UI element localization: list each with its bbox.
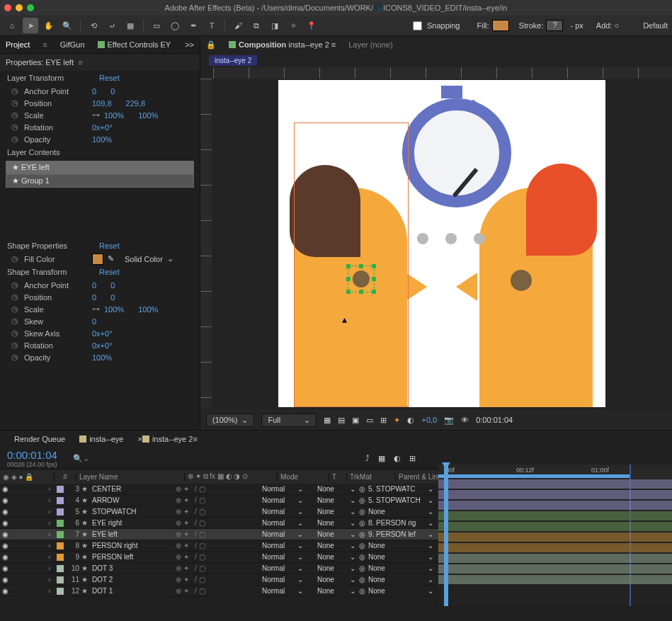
roto-tool-icon[interactable]: ✧ — [285, 18, 301, 33]
stopwatch-icon[interactable]: ◷ — [11, 123, 24, 132]
comp-breadcrumb[interactable]: insta--eye 2 — [209, 55, 257, 66]
parent-dropdown[interactable]: None⌄ — [368, 587, 433, 595]
stopwatch-icon[interactable]: ◷ — [11, 341, 24, 350]
visibility-icon[interactable]: ◉ — [0, 553, 10, 561]
parent-dropdown[interactable]: 5. STOPWATC⌄ — [368, 485, 433, 493]
stamp-tool-icon[interactable]: ⧉ — [249, 18, 264, 33]
label-color[interactable] — [57, 520, 64, 527]
visibility-icon[interactable]: ◉ — [0, 519, 10, 527]
stopwatch-icon[interactable]: ◷ — [11, 292, 24, 302]
current-time-display[interactable]: 0:00:01:04 — [7, 449, 57, 461]
layer-bar[interactable] — [438, 575, 672, 584]
track-matte-dropdown[interactable]: None⌄ — [317, 542, 355, 549]
parent-dropdown[interactable]: None⌄ — [368, 564, 433, 572]
time-ruler[interactable]: :00f 00:12f 01:00f — [438, 465, 672, 479]
track-matte-dropdown[interactable]: None⌄ — [317, 519, 355, 527]
parent-dropdown[interactable]: 8. PERSON rig⌄ — [368, 519, 433, 527]
blend-mode-dropdown[interactable]: Normal⌄ — [262, 485, 303, 493]
stopwatch-icon[interactable]: ◷ — [11, 86, 24, 96]
reset-shape-transform[interactable]: Reset — [99, 268, 120, 276]
tab-insta-eye-2[interactable]: × insta--eye 2 ≡ — [137, 435, 197, 443]
stopwatch-icon[interactable]: ◷ — [11, 110, 24, 120]
pickwhip-icon[interactable]: ◎ — [355, 508, 368, 515]
label-color[interactable] — [57, 565, 64, 572]
layer-bar[interactable] — [438, 564, 672, 574]
snapshot-icon[interactable]: 📷 — [444, 416, 454, 425]
link-icon[interactable]: ⊶ — [92, 304, 100, 314]
camera-tool-icon[interactable]: ▦ — [123, 18, 138, 33]
link-icon[interactable]: ⊶ — [92, 110, 100, 120]
grid-icon[interactable]: ⊞ — [380, 416, 387, 425]
visibility-icon[interactable]: ◉ — [0, 542, 10, 549]
layer-name[interactable]: DOT 1 — [89, 587, 176, 595]
current-time[interactable]: 0:00:01:04 — [476, 416, 513, 424]
selection-handles[interactable] — [348, 266, 375, 292]
mask-icon[interactable]: ▣ — [352, 416, 359, 425]
exposure-value[interactable]: +0,0 — [421, 416, 437, 424]
type-tool-icon[interactable]: T — [204, 18, 220, 33]
label-color[interactable] — [57, 508, 64, 515]
track-matte-dropdown[interactable]: None⌄ — [317, 576, 355, 583]
parent-dropdown[interactable]: None⌄ — [368, 508, 433, 515]
transparency-icon[interactable]: ▤ — [338, 416, 345, 425]
rect-tool-icon[interactable]: ▭ — [149, 18, 164, 33]
blend-mode-dropdown[interactable]: Normal⌄ — [262, 576, 303, 583]
label-color[interactable] — [57, 542, 64, 549]
blend-mode-dropdown[interactable]: Normal⌄ — [262, 519, 303, 527]
fill-swatch[interactable] — [492, 20, 509, 31]
reset-exposure-icon[interactable]: ◐ — [407, 416, 414, 425]
layer-name[interactable]: EYE left — [89, 530, 176, 538]
lock-icon[interactable]: 🔒 — [206, 40, 216, 50]
pickwhip-icon[interactable]: ◎ — [355, 485, 368, 493]
parent-dropdown[interactable]: None⌄ — [368, 542, 433, 549]
tab-project[interactable]: Project — [6, 40, 30, 49]
content-item[interactable]: ★ EYE left — [6, 161, 194, 174]
visibility-icon[interactable]: ◉ — [0, 587, 10, 595]
ellipse-tool-icon[interactable]: ◯ — [167, 18, 183, 33]
stopwatch-icon[interactable]: ◷ — [11, 98, 24, 108]
blend-mode-dropdown[interactable]: Normal⌄ — [262, 496, 303, 504]
layer-name[interactable]: EYE right — [89, 519, 176, 527]
tab-gifgun[interactable]: GifGun — [60, 40, 85, 49]
visibility-icon[interactable]: ◉ — [0, 485, 10, 493]
stopwatch-icon[interactable]: ◷ — [11, 135, 24, 144]
layer-name[interactable]: DOT 2 — [89, 576, 176, 583]
shy-icon[interactable]: ⤴ — [365, 454, 370, 462]
reset-shape-props[interactable]: Reset — [99, 241, 120, 250]
track-matte-dropdown[interactable]: None⌄ — [317, 587, 355, 595]
label-color[interactable] — [57, 554, 64, 561]
visibility-icon[interactable]: ◉ — [0, 564, 10, 572]
blend-mode-dropdown[interactable]: Normal⌄ — [262, 530, 303, 538]
close-icon[interactable] — [4, 4, 11, 11]
search-icon[interactable]: 🔍⌄ — [73, 454, 89, 463]
label-color[interactable] — [57, 588, 64, 595]
pickwhip-icon[interactable]: ◎ — [355, 542, 368, 549]
stopwatch-icon[interactable]: ◷ — [11, 280, 24, 290]
visibility-icon[interactable]: ◉ — [0, 576, 10, 583]
workspace-default[interactable]: Default — [643, 21, 668, 30]
label-color[interactable] — [57, 497, 64, 504]
stopwatch-icon[interactable]: ◷ — [11, 353, 24, 362]
pickwhip-icon[interactable]: ◎ — [355, 530, 368, 538]
parent-dropdown[interactable]: None⌄ — [368, 576, 433, 583]
track-matte-dropdown[interactable]: None⌄ — [317, 496, 355, 504]
canvas[interactable]: ▴ — [278, 80, 605, 407]
track-matte-dropdown[interactable]: None⌄ — [317, 564, 355, 572]
pickwhip-icon[interactable]: ◎ — [355, 587, 368, 595]
layer-name[interactable]: STOPWATCH — [89, 508, 176, 515]
stopwatch-icon[interactable]: ◷ — [11, 254, 24, 263]
visibility-icon[interactable]: ◉ — [0, 530, 10, 538]
layer-name[interactable]: ARROW — [89, 496, 176, 504]
label-color[interactable] — [57, 486, 64, 493]
maximize-icon[interactable] — [27, 4, 34, 11]
reset-layer-transform[interactable]: Reset — [99, 74, 120, 82]
pickwhip-icon[interactable]: ◎ — [355, 496, 368, 504]
track-matte-dropdown[interactable]: None⌄ — [317, 553, 355, 561]
layer-bar[interactable] — [438, 532, 672, 542]
blend-mode-dropdown[interactable]: Normal⌄ — [262, 508, 303, 515]
parent-dropdown[interactable]: None⌄ — [368, 553, 433, 561]
layer-bar[interactable] — [438, 490, 672, 499]
brush-tool-icon[interactable]: 🖌 — [230, 18, 246, 33]
pin-tool-icon[interactable]: 📍 — [304, 18, 319, 33]
window-buttons[interactable] — [4, 4, 34, 11]
